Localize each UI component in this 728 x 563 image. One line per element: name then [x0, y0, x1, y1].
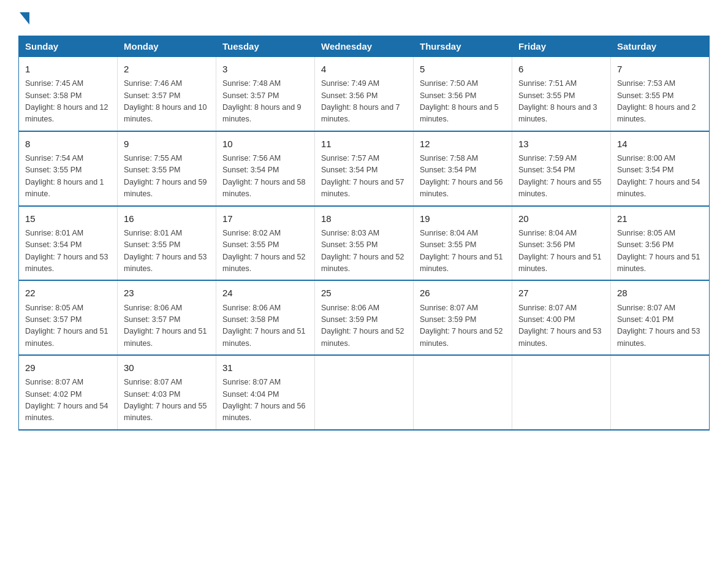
- day-info: Sunrise: 7:57 AMSunset: 3:54 PMDaylight:…: [321, 153, 407, 201]
- calendar-cell: 3Sunrise: 7:48 AMSunset: 3:57 PMDaylight…: [216, 57, 315, 131]
- calendar-cell: 4Sunrise: 7:49 AMSunset: 3:56 PMDaylight…: [315, 57, 414, 131]
- day-info: Sunrise: 8:04 AMSunset: 3:56 PMDaylight:…: [518, 228, 604, 275]
- day-number: 16: [124, 212, 210, 226]
- calendar-cell: 17Sunrise: 8:02 AMSunset: 3:55 PMDayligh…: [216, 206, 315, 281]
- day-info: Sunrise: 7:59 AMSunset: 3:54 PMDaylight:…: [518, 153, 604, 201]
- week-row-3: 15Sunrise: 8:01 AMSunset: 3:54 PMDayligh…: [19, 206, 710, 281]
- calendar-cell: 30Sunrise: 8:07 AMSunset: 4:03 PMDayligh…: [118, 355, 216, 430]
- calendar-cell: 11Sunrise: 7:57 AMSunset: 3:54 PMDayligh…: [315, 131, 414, 206]
- calendar-cell: 13Sunrise: 7:59 AMSunset: 3:54 PMDayligh…: [512, 131, 611, 206]
- day-info: Sunrise: 7:45 AMSunset: 3:58 PMDaylight:…: [25, 78, 111, 126]
- day-info: Sunrise: 8:07 AMSunset: 4:01 PMDaylight:…: [617, 302, 703, 350]
- calendar-cell: 21Sunrise: 8:05 AMSunset: 3:56 PMDayligh…: [611, 206, 710, 281]
- calendar-cell: 1Sunrise: 7:45 AMSunset: 3:58 PMDaylight…: [19, 57, 118, 131]
- logo-triangle-icon: [20, 12, 29, 25]
- day-number: 19: [420, 212, 506, 226]
- day-info: Sunrise: 8:01 AMSunset: 3:55 PMDaylight:…: [124, 228, 210, 275]
- day-info: Sunrise: 8:06 AMSunset: 3:57 PMDaylight:…: [124, 302, 210, 350]
- logo: [18, 12, 31, 25]
- day-number: 10: [222, 137, 308, 151]
- week-row-2: 8Sunrise: 7:54 AMSunset: 3:55 PMDaylight…: [19, 131, 710, 206]
- day-info: Sunrise: 8:02 AMSunset: 3:55 PMDaylight:…: [222, 228, 308, 275]
- calendar-cell: 25Sunrise: 8:06 AMSunset: 3:59 PMDayligh…: [315, 280, 414, 355]
- day-number: 21: [617, 212, 703, 226]
- day-info: Sunrise: 7:49 AMSunset: 3:56 PMDaylight:…: [321, 78, 407, 126]
- calendar-cell: 2Sunrise: 7:46 AMSunset: 3:57 PMDaylight…: [118, 57, 216, 131]
- calendar-cell: 14Sunrise: 8:00 AMSunset: 3:54 PMDayligh…: [611, 131, 710, 206]
- day-number: 12: [420, 137, 506, 151]
- day-number: 17: [222, 212, 308, 226]
- day-info: Sunrise: 8:07 AMSunset: 4:04 PMDaylight:…: [222, 377, 308, 424]
- day-number: 9: [124, 137, 210, 151]
- day-number: 18: [321, 212, 407, 226]
- day-info: Sunrise: 8:06 AMSunset: 3:59 PMDaylight:…: [321, 302, 407, 350]
- calendar-header: SundayMondayTuesdayWednesdayThursdayFrid…: [19, 36, 710, 57]
- calendar-cell: 26Sunrise: 8:07 AMSunset: 3:59 PMDayligh…: [414, 280, 512, 355]
- day-info: Sunrise: 8:07 AMSunset: 4:00 PMDaylight:…: [518, 302, 604, 350]
- day-number: 7: [617, 62, 703, 76]
- calendar-cell: 22Sunrise: 8:05 AMSunset: 3:57 PMDayligh…: [19, 280, 118, 355]
- calendar-body: 1Sunrise: 7:45 AMSunset: 3:58 PMDaylight…: [19, 57, 710, 430]
- day-info: Sunrise: 8:03 AMSunset: 3:55 PMDaylight:…: [321, 228, 407, 275]
- day-number: 27: [518, 286, 604, 300]
- day-info: Sunrise: 8:07 AMSunset: 3:59 PMDaylight:…: [420, 302, 506, 350]
- column-header-wednesday: Wednesday: [315, 36, 414, 57]
- week-row-4: 22Sunrise: 8:05 AMSunset: 3:57 PMDayligh…: [19, 280, 710, 355]
- week-row-5: 29Sunrise: 8:07 AMSunset: 4:02 PMDayligh…: [19, 355, 710, 430]
- day-number: 1: [25, 62, 111, 76]
- day-info: Sunrise: 8:05 AMSunset: 3:57 PMDaylight:…: [25, 302, 111, 350]
- calendar-cell: 6Sunrise: 7:51 AMSunset: 3:55 PMDaylight…: [512, 57, 611, 131]
- calendar-cell: 18Sunrise: 8:03 AMSunset: 3:55 PMDayligh…: [315, 206, 414, 281]
- day-info: Sunrise: 7:50 AMSunset: 3:56 PMDaylight:…: [420, 78, 506, 126]
- day-info: Sunrise: 7:54 AMSunset: 3:55 PMDaylight:…: [25, 153, 111, 201]
- column-header-thursday: Thursday: [414, 36, 512, 57]
- day-number: 8: [25, 137, 111, 151]
- column-header-sunday: Sunday: [19, 36, 118, 57]
- calendar-cell: 7Sunrise: 7:53 AMSunset: 3:55 PMDaylight…: [611, 57, 710, 131]
- day-info: Sunrise: 7:58 AMSunset: 3:54 PMDaylight:…: [420, 153, 506, 201]
- calendar-cell: 19Sunrise: 8:04 AMSunset: 3:55 PMDayligh…: [414, 206, 512, 281]
- day-number: 14: [617, 137, 703, 151]
- calendar-cell: 29Sunrise: 8:07 AMSunset: 4:02 PMDayligh…: [19, 355, 118, 430]
- calendar-cell: 8Sunrise: 7:54 AMSunset: 3:55 PMDaylight…: [19, 131, 118, 206]
- day-info: Sunrise: 8:04 AMSunset: 3:55 PMDaylight:…: [420, 228, 506, 275]
- calendar-cell: 12Sunrise: 7:58 AMSunset: 3:54 PMDayligh…: [414, 131, 512, 206]
- day-number: 24: [222, 286, 308, 300]
- day-number: 23: [124, 286, 210, 300]
- day-info: Sunrise: 8:07 AMSunset: 4:02 PMDaylight:…: [25, 377, 111, 424]
- day-info: Sunrise: 8:06 AMSunset: 3:58 PMDaylight:…: [222, 302, 308, 350]
- day-info: Sunrise: 7:56 AMSunset: 3:54 PMDaylight:…: [222, 153, 308, 201]
- day-number: 29: [25, 361, 111, 375]
- calendar-cell: [315, 355, 414, 430]
- week-row-1: 1Sunrise: 7:45 AMSunset: 3:58 PMDaylight…: [19, 57, 710, 131]
- calendar-cell: 28Sunrise: 8:07 AMSunset: 4:01 PMDayligh…: [611, 280, 710, 355]
- day-number: 3: [222, 62, 308, 76]
- calendar-cell: 20Sunrise: 8:04 AMSunset: 3:56 PMDayligh…: [512, 206, 611, 281]
- calendar-cell: 23Sunrise: 8:06 AMSunset: 3:57 PMDayligh…: [118, 280, 216, 355]
- day-number: 15: [25, 212, 111, 226]
- column-header-tuesday: Tuesday: [216, 36, 315, 57]
- calendar-cell: [611, 355, 710, 430]
- calendar-cell: 15Sunrise: 8:01 AMSunset: 3:54 PMDayligh…: [19, 206, 118, 281]
- calendar-cell: [414, 355, 512, 430]
- day-number: 11: [321, 137, 407, 151]
- calendar-cell: 31Sunrise: 8:07 AMSunset: 4:04 PMDayligh…: [216, 355, 315, 430]
- day-number: 13: [518, 137, 604, 151]
- day-number: 30: [124, 361, 210, 375]
- day-number: 5: [420, 62, 506, 76]
- day-info: Sunrise: 8:05 AMSunset: 3:56 PMDaylight:…: [617, 228, 703, 275]
- day-info: Sunrise: 8:00 AMSunset: 3:54 PMDaylight:…: [617, 153, 703, 201]
- day-info: Sunrise: 7:51 AMSunset: 3:55 PMDaylight:…: [518, 78, 604, 126]
- calendar-cell: 9Sunrise: 7:55 AMSunset: 3:55 PMDaylight…: [118, 131, 216, 206]
- day-number: 2: [124, 62, 210, 76]
- day-number: 31: [222, 361, 308, 375]
- page-header: [18, 12, 710, 25]
- calendar-cell: [512, 355, 611, 430]
- calendar-cell: 5Sunrise: 7:50 AMSunset: 3:56 PMDaylight…: [414, 57, 512, 131]
- day-info: Sunrise: 7:55 AMSunset: 3:55 PMDaylight:…: [124, 153, 210, 201]
- calendar-table: SundayMondayTuesdayWednesdayThursdayFrid…: [18, 36, 710, 431]
- calendar-cell: 27Sunrise: 8:07 AMSunset: 4:00 PMDayligh…: [512, 280, 611, 355]
- calendar-cell: 16Sunrise: 8:01 AMSunset: 3:55 PMDayligh…: [118, 206, 216, 281]
- column-header-friday: Friday: [512, 36, 611, 57]
- column-header-saturday: Saturday: [611, 36, 710, 57]
